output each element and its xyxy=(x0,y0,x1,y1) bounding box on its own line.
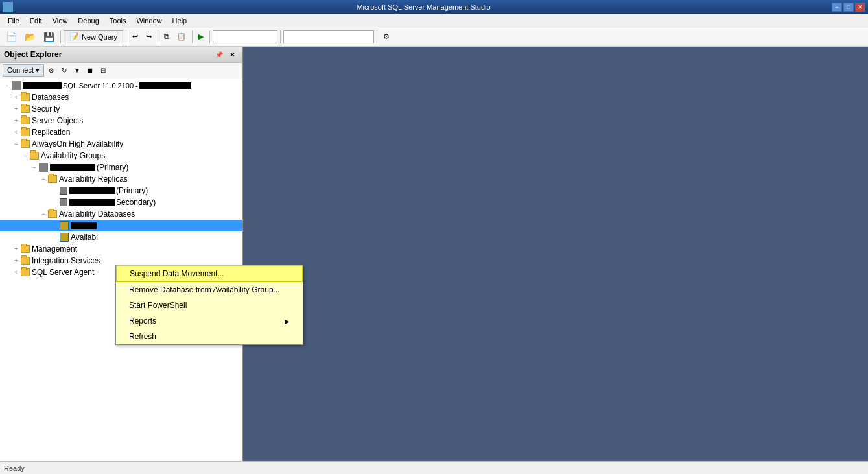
connect-button[interactable]: Connect ▾ xyxy=(3,64,44,77)
object-explorer-panel: Object Explorer 📌 ✕ Connect ▾ ⊗ ↻ ▼ ⏹ ⊟ … xyxy=(0,47,243,461)
window-title: Microsoft SQL Server Management Studio xyxy=(16,3,832,11)
replication-label: Replication xyxy=(32,128,70,137)
replica-primary-icon xyxy=(60,187,67,195)
tree-management[interactable]: + Management xyxy=(0,243,242,255)
sep6 xyxy=(280,30,281,43)
tree-db-item-selected[interactable] xyxy=(0,220,242,231)
primary-group-icon xyxy=(39,163,48,172)
context-menu-item-refresh[interactable]: Refresh xyxy=(116,329,303,344)
sep5 xyxy=(209,30,210,43)
security-toggle[interactable]: + xyxy=(12,104,21,113)
db2-item-icon xyxy=(60,233,69,242)
server-version-label: SQL Server 11.0.2100 - xyxy=(63,82,138,89)
management-folder-icon xyxy=(21,245,30,253)
ag-label: Availability Groups xyxy=(41,151,105,160)
tree-primary-group[interactable]: − (Primary) xyxy=(0,161,242,173)
open-btn[interactable]: 📂 xyxy=(21,30,39,44)
management-toggle[interactable]: + xyxy=(12,244,21,254)
replica-primary-label: (Primary) xyxy=(116,186,148,195)
tree-replica-primary[interactable]: (Primary) xyxy=(0,185,242,196)
server-name-blacked2 xyxy=(139,82,191,89)
options-btn[interactable]: ⚙ xyxy=(380,30,393,43)
context-menu-item-remove[interactable]: Remove Database from Availability Group.… xyxy=(116,282,303,298)
menu-edit[interactable]: Edit xyxy=(25,16,47,26)
server-objects-label: Server Objects xyxy=(32,116,83,125)
agent-folder-icon xyxy=(21,268,30,276)
stop-icon[interactable]: ⏹ xyxy=(84,65,96,77)
security-folder-icon xyxy=(21,105,30,113)
cmd-input[interactable] xyxy=(283,30,374,43)
copy-btn[interactable]: ⧉ xyxy=(161,30,172,43)
replica-secondary-icon xyxy=(60,198,67,206)
databases-toggle[interactable]: + xyxy=(12,93,21,102)
tree-security[interactable]: + Security xyxy=(0,103,242,115)
run-btn[interactable]: ▶ xyxy=(195,30,207,43)
disconnect-icon[interactable]: ⊗ xyxy=(45,65,57,77)
new-file-btn[interactable]: 📄 xyxy=(3,30,20,44)
new-query-button[interactable]: 📝 New Query xyxy=(64,30,123,43)
server-toggle[interactable]: − xyxy=(3,81,12,90)
ag-toggle[interactable]: − xyxy=(21,151,30,160)
tree-availability-dbs[interactable]: − Availability Databases xyxy=(0,208,242,220)
context-menu-item-suspend[interactable]: Suspend Data Movement... xyxy=(116,265,303,282)
refresh-icon[interactable]: ↻ xyxy=(58,65,70,77)
tree-replica-secondary[interactable]: Secondary) xyxy=(0,196,242,208)
tree-db-item-2[interactable]: Availabi xyxy=(0,231,242,243)
status-text: Ready xyxy=(4,464,25,472)
minimize-button[interactable]: − xyxy=(832,3,842,12)
menu-file[interactable]: File xyxy=(3,16,25,26)
integration-toggle[interactable]: + xyxy=(12,256,21,265)
menu-debug[interactable]: Debug xyxy=(73,16,104,26)
integration-label: Integration Services xyxy=(32,256,100,265)
server-objects-toggle[interactable]: + xyxy=(12,116,21,125)
menu-help[interactable]: Help xyxy=(167,16,193,26)
alwayson-toggle[interactable]: − xyxy=(12,139,21,148)
primary-group-blacked xyxy=(50,164,95,171)
db-item-blacked xyxy=(71,222,97,229)
sep7 xyxy=(377,30,377,43)
tree-replication[interactable]: + Replication xyxy=(0,126,242,138)
powershell-label: Start PowerShell xyxy=(129,301,187,310)
avail-dbs-folder-icon xyxy=(48,210,57,218)
close-panel-icon[interactable]: ✕ xyxy=(226,49,238,60)
db-selector[interactable] xyxy=(213,30,277,43)
replica-primary-spacer xyxy=(51,186,60,195)
tree-server-node[interactable]: − SQL Server 11.0.2100 - xyxy=(0,80,242,91)
server-label-blacked xyxy=(23,82,62,89)
refresh-label: Refresh xyxy=(129,332,156,341)
replicas-label: Availability Replicas xyxy=(59,174,128,184)
context-menu-item-powershell[interactable]: Start PowerShell xyxy=(116,298,303,313)
close-button[interactable]: ✕ xyxy=(855,3,865,12)
primary-group-toggle[interactable]: − xyxy=(30,163,39,172)
context-menu-item-reports[interactable]: Reports ▶ xyxy=(116,313,303,329)
db2-item-spacer xyxy=(51,233,60,242)
tree-databases[interactable]: + Databases xyxy=(0,91,242,103)
main-layout: Object Explorer 📌 ✕ Connect ▾ ⊗ ↻ ▼ ⏹ ⊟ … xyxy=(0,47,868,461)
replicas-folder-icon xyxy=(48,175,57,183)
replica-secondary-label: Secondary) xyxy=(116,198,156,207)
tree-availability-groups[interactable]: − Availability Groups xyxy=(0,150,242,161)
replicas-toggle[interactable]: − xyxy=(39,174,48,184)
menu-tools[interactable]: Tools xyxy=(104,16,132,26)
pin-icon[interactable]: 📌 xyxy=(213,49,225,60)
replica-secondary-spacer xyxy=(51,198,60,207)
save-btn[interactable]: 💾 xyxy=(40,30,58,44)
tree-availability-replicas[interactable]: − Availability Replicas xyxy=(0,173,242,185)
collapse-icon[interactable]: ⊟ xyxy=(97,65,109,77)
db-item-icon xyxy=(60,221,69,230)
filter-icon[interactable]: ▼ xyxy=(71,65,83,77)
paste-btn[interactable]: 📋 xyxy=(174,30,189,43)
tree-server-objects[interactable]: + Server Objects xyxy=(0,115,242,126)
agent-toggle[interactable]: + xyxy=(12,268,21,277)
menu-window[interactable]: Window xyxy=(131,16,167,26)
replication-toggle[interactable]: + xyxy=(12,128,21,137)
undo-btn[interactable]: ↩ xyxy=(129,30,141,43)
tree-alwayson[interactable]: − AlwaysOn High Availability xyxy=(0,138,242,150)
menu-view[interactable]: View xyxy=(47,16,73,26)
reports-arrow-icon: ▶ xyxy=(285,318,290,325)
redo-btn[interactable]: ↪ xyxy=(143,30,155,43)
databases-label: Databases xyxy=(32,93,69,102)
maximize-button[interactable]: □ xyxy=(843,3,854,12)
window-controls: − □ ✕ xyxy=(832,3,865,12)
avail-dbs-toggle[interactable]: − xyxy=(39,209,48,219)
